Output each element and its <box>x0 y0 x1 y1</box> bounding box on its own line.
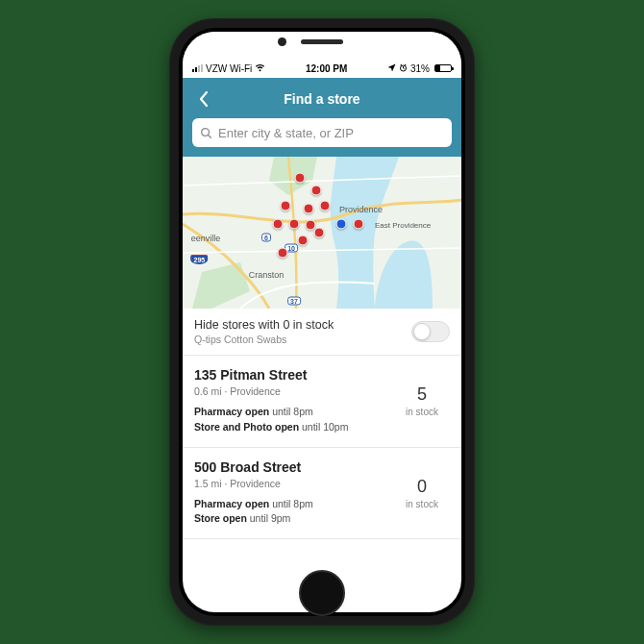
home-button[interactable] <box>299 570 345 616</box>
map-pin[interactable] <box>353 218 363 229</box>
map-pin[interactable] <box>303 203 313 213</box>
wifi-icon <box>255 63 265 74</box>
map-pin[interactable] <box>289 218 300 229</box>
screen: VZW Wi-Fi 12:00 PM 31% <box>183 32 461 612</box>
filter-toggle[interactable] <box>411 321 450 342</box>
map-pin[interactable] <box>281 200 291 211</box>
store-distance: 1.5 mi <box>194 478 222 489</box>
hours-pharmacy-until: until 8pm <box>272 406 313 417</box>
stock-label: in stock <box>394 499 450 509</box>
alarm-icon <box>399 63 408 74</box>
hours-store-until: until 10pm <box>302 421 348 433</box>
hours-pharmacy-label: Pharmacy open <box>194 498 269 509</box>
phone-frame: VZW Wi-Fi 12:00 PM 31% <box>169 18 475 626</box>
map-pin[interactable] <box>319 200 330 211</box>
back-button[interactable] <box>194 90 211 108</box>
hours-pharmacy-label: Pharmacy open <box>194 406 269 417</box>
store-city: Providence <box>230 478 281 489</box>
battery-pct: 31% <box>410 63 430 74</box>
filter-subtitle: Q-tips Cotton Swabs <box>194 334 404 345</box>
stock-count: 5 <box>394 384 450 405</box>
search-icon <box>200 127 212 139</box>
store-name: 500 Broad Street <box>194 459 386 475</box>
phone-camera <box>278 37 286 46</box>
map-pin[interactable] <box>297 235 308 245</box>
stock-count: 0 <box>394 477 450 497</box>
stock-box: 0 in stock <box>394 477 450 509</box>
store-meta: 1.5 mi · Providence <box>194 478 386 489</box>
map-pin[interactable] <box>272 218 283 229</box>
hours-store-label: Store open <box>194 512 247 524</box>
battery-icon <box>434 64 452 72</box>
route-shield-us6: 6 <box>261 233 271 241</box>
stock-label: in stock <box>394 407 450 417</box>
map-pin[interactable] <box>311 185 322 195</box>
store-name: 135 Pitman Street <box>194 367 386 383</box>
stock-box: 5 in stock <box>394 384 450 417</box>
search-field[interactable] <box>192 118 452 147</box>
search-input[interactable] <box>218 126 444 140</box>
store-meta: 0.6 mi · Providence <box>194 385 386 397</box>
hours-pharmacy-until: until 8pm <box>272 498 313 509</box>
signal-icon <box>192 64 203 72</box>
map[interactable]: Providence East Providence Cranston eenv… <box>183 157 461 309</box>
store-city: Providence <box>230 385 281 397</box>
map-label-east-providence: East Providence <box>375 221 431 230</box>
map-pin[interactable] <box>278 247 288 258</box>
location-icon <box>387 63 396 74</box>
filter-row: Hide stores with 0 in stock Q-tips Cotto… <box>183 309 461 356</box>
route-shield-i295: 295 <box>191 255 209 264</box>
route-shield-ri37: 37 <box>287 297 301 306</box>
hours-store-label: Store and Photo open <box>194 421 299 433</box>
phone-speaker <box>301 39 343 44</box>
map-pin-current[interactable] <box>336 218 347 229</box>
store-distance: 0.6 mi <box>194 385 222 397</box>
page-title: Find a store <box>192 91 452 107</box>
store-hours: Pharmacy open until 8pm Store and Photo … <box>194 405 386 435</box>
toggle-knob <box>413 323 431 340</box>
map-label-cranston: Cranston <box>249 270 285 280</box>
chevron-left-icon <box>198 90 209 108</box>
map-label-eenville: eenville <box>191 234 221 243</box>
status-time: 12:00 PM <box>306 63 347 74</box>
store-row[interactable]: 500 Broad Street 1.5 mi · Providence Pha… <box>183 448 461 540</box>
store-row[interactable]: 135 Pitman Street 0.6 mi · Providence Ph… <box>183 356 461 448</box>
filter-title: Hide stores with 0 in stock <box>194 318 404 332</box>
hours-store-until: until 9pm <box>250 512 291 524</box>
map-pin[interactable] <box>314 228 325 238</box>
map-pin[interactable] <box>294 173 305 184</box>
map-label-providence: Providence <box>339 205 383 214</box>
phone-bezel: VZW Wi-Fi 12:00 PM 31% <box>179 28 465 616</box>
app-header: Find a store <box>183 78 461 157</box>
store-hours: Pharmacy open until 8pm Store open until… <box>194 497 386 528</box>
carrier-label: VZW Wi-Fi <box>206 63 252 74</box>
